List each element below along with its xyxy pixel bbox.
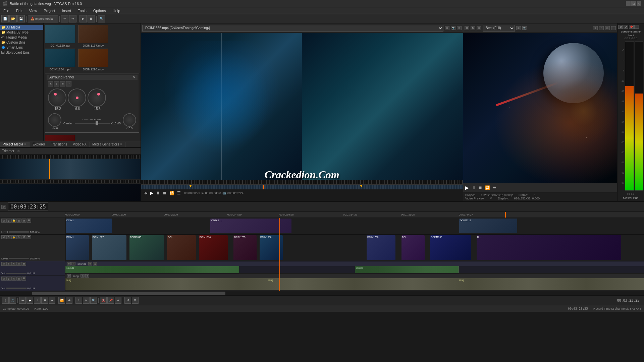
media-gen-close[interactable]: ✕ <box>120 142 123 146</box>
bt-marker[interactable]: M <box>124 297 131 304</box>
new-button[interactable]: 📄 <box>1 15 9 22</box>
audio-1-seg-2[interactable]: sound1 <box>355 266 459 274</box>
audio-2-waveform-full[interactable]: song song song <box>65 278 644 290</box>
bt-go-end[interactable]: ⏭ <box>49 297 55 304</box>
v2-clip-6[interactable]: DCIM1765 <box>233 235 257 260</box>
v1-clip-3[interactable]: DCIM3112 <box>459 219 517 233</box>
bt-go-start[interactable]: ⏮ <box>19 297 26 304</box>
tree-item-all-media[interactable]: 📁 All Media <box>0 25 43 30</box>
audio-2-menu[interactable]: ☰ <box>21 277 26 281</box>
audio-1-mute[interactable]: M <box>1 262 6 266</box>
tree-item-tagged-media[interactable]: 🏷 Tagged Media <box>0 35 43 40</box>
preview-menu[interactable]: ☰ <box>176 190 181 196</box>
rp-quality-select[interactable]: Best (Full) Good (Half) Draft (Quarter) <box>483 25 515 32</box>
tree-item-custom-bins[interactable]: 📂 Custom Bins <box>0 40 43 45</box>
menu-help[interactable]: Help <box>111 8 122 13</box>
bt-zoom[interactable]: 🔍 <box>90 297 97 304</box>
surround-panner-close[interactable]: ✕ <box>133 75 136 79</box>
v2-clip-1[interactable]: DCIM1 <box>66 235 89 260</box>
tab-project-media[interactable]: Project Media ✕ <box>0 142 30 147</box>
rp-expand[interactable]: ⤢ <box>599 26 604 30</box>
menu-options[interactable]: Options <box>91 8 108 13</box>
timeline-ruler[interactable]: 00:00:00:00 00:00:15:00 00:00:29:29 00:0… <box>65 212 644 218</box>
rp-vpreview-close[interactable]: ✕ <box>490 197 492 200</box>
scrollbar-thumb[interactable] <box>32 292 225 295</box>
tab-video-fx[interactable]: Video FX <box>70 142 90 147</box>
preview-pause[interactable]: ⏸ <box>155 190 161 196</box>
preview-btn-snap[interactable]: 📷 <box>451 26 455 30</box>
track-2-fx[interactable]: fx <box>16 235 21 239</box>
sp-btn-1[interactable]: A <box>48 81 53 86</box>
track-1-solo[interactable]: S <box>6 219 11 223</box>
sp-btn-plus[interactable]: + <box>54 81 59 86</box>
trimmer-close[interactable]: ✕ <box>17 149 20 153</box>
media-thumb-dcim1137[interactable]: DCIM1137.mov <box>78 25 110 47</box>
preview-btn-close[interactable]: ✕ <box>457 26 462 30</box>
v2-clip-4[interactable]: DCl... <box>167 235 196 260</box>
tree-item-smart-bins[interactable]: 🔷 Smart Bins <box>0 45 43 50</box>
track-1-level-slider[interactable] <box>9 231 29 233</box>
play-button[interactable]: ▶ <box>79 15 87 22</box>
import-media-button[interactable]: 📥 Import Media... <box>28 15 58 22</box>
zoom-button[interactable]: 🔍 <box>98 15 105 22</box>
track-2-mute[interactable]: M <box>1 235 6 239</box>
audio-2-fx-in-track[interactable]: fx <box>80 274 85 278</box>
rp-loop-btn[interactable]: 🔁 <box>484 185 491 191</box>
sp-knob-center[interactable]: -6.8 <box>68 88 86 111</box>
preview-go-start[interactable]: ⏮ <box>143 190 148 196</box>
rp-more[interactable]: ⋯ <box>611 26 616 30</box>
v2-clip-10[interactable]: DCIM1999 <box>430 235 471 260</box>
tl-settings-btn[interactable]: ⚙ <box>1 205 6 209</box>
bt-auto[interactable]: A <box>115 297 121 304</box>
bt-play-btn[interactable]: ▶ <box>26 297 33 304</box>
media-thumb-dcim1314[interactable]: DCIM1314.jpg <box>45 135 77 141</box>
audio-2-solo[interactable]: S <box>6 277 11 281</box>
rp-play-btn[interactable]: ▶ <box>465 184 470 191</box>
preview-stop-btn[interactable]: ⏹ <box>162 190 167 196</box>
v2-clip-9[interactable]: DCl... <box>401 235 425 260</box>
menu-view[interactable]: View <box>27 8 39 13</box>
track-1-fx[interactable]: fx <box>16 219 21 223</box>
sm-more-btn[interactable]: ⋯ <box>634 25 639 29</box>
bt-stop-btn[interactable]: ⏹ <box>41 297 48 304</box>
track-1-menu[interactable]: ☰ <box>26 219 31 223</box>
audio-1-fx[interactable]: fx <box>16 262 21 266</box>
redo-button[interactable]: ↪ <box>69 15 76 22</box>
source-dropdown[interactable]: DCIM1566.mp4 [C:\User\Footage\Gaming\] <box>142 25 443 32</box>
v2-clip-11[interactable]: D... <box>477 235 621 260</box>
audio-2-mute-in-track[interactable]: M <box>67 274 71 278</box>
media-thumb-dcim1234[interactable]: DCIM1234.mp4 <box>45 49 77 71</box>
tab-explorer[interactable]: Explorer <box>30 142 48 147</box>
audio-2-mute[interactable]: M <box>1 277 6 281</box>
timeline-scrollbar[interactable] <box>0 291 644 295</box>
sp-btn-grid[interactable]: ⊞ <box>60 81 65 86</box>
audio-1-arm-in-track[interactable]: R <box>71 262 75 265</box>
rp-snap-btn[interactable]: 📷 <box>522 26 527 30</box>
bt-record-region[interactable]: ⏺ <box>66 297 72 304</box>
menu-edit[interactable]: Edit <box>14 8 24 13</box>
audio-2-fx[interactable]: fx <box>16 277 21 281</box>
bt-razor[interactable]: ✂ <box>83 297 90 304</box>
bt-pause-btn[interactable]: ⏸ <box>34 297 41 304</box>
track-1-motion[interactable]: M <box>21 219 26 223</box>
bt-region[interactable]: R <box>132 297 139 304</box>
open-button[interactable]: 📂 <box>9 15 17 22</box>
track-1-mute[interactable]: M <box>1 219 6 223</box>
bt-cursor[interactable]: ↖ <box>75 297 82 304</box>
preview-btn-grid[interactable]: ⊞ <box>445 26 449 30</box>
sp-knob-sm-right[interactable]: -15.3 <box>123 113 136 130</box>
undo-button[interactable]: ↩ <box>61 15 68 22</box>
save-button[interactable]: 💾 <box>17 15 25 22</box>
media-thumb-dcim1290[interactable]: DCIM1290.mov <box>78 49 110 71</box>
audio-2-menu-in-track[interactable]: ☰ <box>85 274 89 278</box>
rp-menu-btn[interactable]: ☰ <box>492 185 497 191</box>
track-2-menu[interactable]: ☰ <box>26 235 31 239</box>
audio-2-arm[interactable]: R <box>11 277 16 281</box>
sm-settings-btn[interactable]: ⚙ <box>618 25 623 29</box>
audio-1-vol-slider[interactable] <box>6 273 26 274</box>
track-2-level-slider[interactable] <box>9 258 29 259</box>
sp-knob-right[interactable]: -15.5 <box>88 88 106 111</box>
tab-transitions[interactable]: Transitions <box>48 142 70 147</box>
preview-play[interactable]: ▶ <box>150 190 154 196</box>
preview-loop[interactable]: 🔁 <box>169 190 175 196</box>
